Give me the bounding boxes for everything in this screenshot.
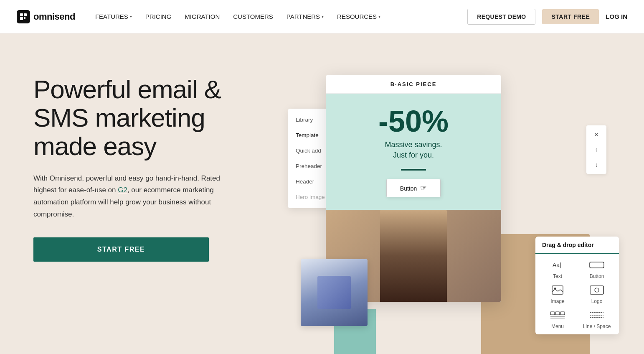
email-discount: -50% bbox=[336, 106, 491, 136]
hero-title: Powerful email & SMS marketing made easy bbox=[33, 75, 267, 161]
fashion-silhouette bbox=[380, 210, 447, 302]
chevron-down-icon: ▾ bbox=[130, 14, 132, 19]
svg-rect-5 bbox=[590, 262, 604, 268]
nav-pricing[interactable]: PRICING bbox=[145, 13, 172, 20]
email-tagline: Massive savings. Just for you. bbox=[336, 140, 491, 160]
jeans-photo bbox=[301, 259, 368, 326]
svg-rect-8 bbox=[590, 286, 603, 294]
request-demo-button[interactable]: REQUEST DEMO bbox=[467, 9, 535, 25]
right-controls-panel: ✕ ↑ ↓ bbox=[586, 125, 606, 174]
dnd-grid: Aa| Text Button bbox=[535, 254, 619, 334]
nav-links: FEATURES ▾ PRICING MIGRATION CUSTOMERS P… bbox=[95, 13, 467, 20]
text-icon: Aa| bbox=[550, 259, 565, 271]
menu-icon bbox=[550, 309, 565, 321]
chevron-down-icon: ▾ bbox=[378, 14, 380, 19]
logo-icon-dnd bbox=[589, 284, 604, 296]
hero-subtitle: With Omnisend, powerful and easy go hand… bbox=[33, 173, 242, 221]
email-cta-button[interactable]: Button ☞ bbox=[386, 179, 441, 197]
start-free-hero-button[interactable]: START FREE bbox=[33, 237, 209, 262]
nav-migration[interactable]: MIGRATION bbox=[185, 13, 220, 20]
email-divider bbox=[401, 169, 426, 171]
hero-left: Powerful email & SMS marketing made easy… bbox=[33, 59, 267, 262]
nav-resources[interactable]: RESOURCES ▾ bbox=[337, 13, 380, 20]
dnd-line-space[interactable]: Line / Space bbox=[580, 309, 614, 329]
dnd-image[interactable]: Image bbox=[540, 284, 575, 304]
email-card-body: -50% Massive savings. Just for you. Butt… bbox=[326, 94, 501, 210]
dnd-header: Drag & drop editor bbox=[535, 237, 619, 254]
hero-section: Powerful email & SMS marketing made easy… bbox=[0, 33, 644, 354]
svg-point-7 bbox=[554, 288, 556, 289]
jeans-icon bbox=[317, 276, 351, 309]
svg-rect-0 bbox=[20, 13, 23, 16]
image-icon bbox=[550, 284, 565, 296]
close-button[interactable]: ✕ bbox=[591, 129, 602, 140]
svg-rect-12 bbox=[560, 312, 565, 315]
dnd-text-label: Text bbox=[553, 273, 562, 279]
nav-actions: REQUEST DEMO START FREE LOG IN bbox=[467, 9, 627, 25]
jeans-photo-inner bbox=[301, 259, 368, 326]
dnd-panel: Drag & drop editor Aa| Text bbox=[535, 237, 619, 334]
login-button[interactable]: LOG IN bbox=[606, 13, 627, 20]
nav-features[interactable]: FEATURES ▾ bbox=[95, 13, 132, 20]
email-brand-name: B·ASIC PIECE bbox=[326, 75, 501, 94]
move-down-button[interactable]: ↓ bbox=[591, 159, 602, 171]
dnd-text[interactable]: Aa| Text bbox=[540, 259, 575, 279]
chevron-down-icon: ▾ bbox=[322, 14, 324, 19]
svg-rect-10 bbox=[550, 312, 555, 315]
dnd-line-space-label: Line / Space bbox=[583, 323, 611, 329]
svg-rect-3 bbox=[24, 17, 25, 19]
svg-point-9 bbox=[595, 288, 599, 292]
line-space-icon bbox=[589, 309, 604, 321]
dnd-logo-label: Logo bbox=[591, 298, 603, 304]
logo-link[interactable]: omnisend bbox=[17, 10, 75, 23]
dnd-button-label: Button bbox=[590, 273, 604, 279]
logo-text: omnisend bbox=[33, 11, 75, 22]
move-up-button[interactable]: ↑ bbox=[591, 144, 602, 155]
hero-ui-mockup: Library Template Quick add Preheader Hea… bbox=[292, 59, 611, 354]
email-button-wrapper: Button ☞ bbox=[336, 179, 491, 197]
navigation: omnisend FEATURES ▾ PRICING MIGRATION CU… bbox=[0, 0, 644, 33]
start-free-nav-button[interactable]: START FREE bbox=[542, 9, 599, 24]
dnd-button[interactable]: Button bbox=[580, 259, 614, 279]
dnd-image-label: Image bbox=[550, 298, 564, 304]
logo-icon bbox=[17, 10, 30, 23]
dnd-menu[interactable]: Menu bbox=[540, 309, 575, 329]
cursor-icon: ☞ bbox=[420, 183, 427, 193]
dnd-menu-label: Menu bbox=[551, 323, 564, 329]
svg-text:Aa|: Aa| bbox=[553, 262, 561, 268]
nav-partners[interactable]: PARTNERS ▾ bbox=[287, 13, 324, 20]
nav-customers[interactable]: CUSTOMERS bbox=[233, 13, 273, 20]
g2-link[interactable]: G2 bbox=[118, 186, 127, 194]
dnd-logo[interactable]: Logo bbox=[580, 284, 614, 304]
button-icon bbox=[589, 259, 604, 271]
svg-rect-1 bbox=[24, 13, 27, 16]
svg-rect-2 bbox=[20, 17, 23, 20]
svg-rect-11 bbox=[555, 312, 560, 315]
